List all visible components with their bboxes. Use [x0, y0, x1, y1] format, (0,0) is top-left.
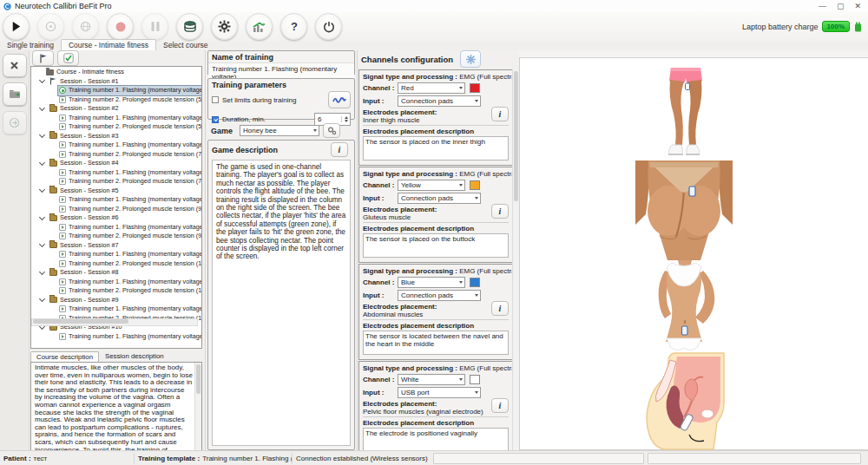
input-select[interactable]: Connection pads	[398, 95, 481, 107]
tree-item-label: Training number 1. Flashing (momentary v…	[69, 86, 202, 95]
channel-select[interactable]: Blue	[398, 277, 465, 288]
tree-training-6-1[interactable]: Training number 1. Flashing (momentary v…	[31, 223, 201, 232]
tree-training-1-2[interactable]: Training number 2. Prolonged muscle tens…	[31, 95, 201, 105]
set-limits-checkbox[interactable]	[212, 96, 219, 103]
training-page-icon	[59, 333, 66, 340]
description-scrollbar[interactable]	[194, 363, 201, 450]
game-description-header: Game description	[212, 146, 278, 154]
tree-training-3-2[interactable]: Training number 2. Prolonged muscle tens…	[31, 150, 201, 160]
database-button[interactable]	[176, 13, 203, 40]
open-course-button[interactable]	[3, 82, 27, 106]
network-button[interactable]	[72, 13, 99, 40]
tab-session-description[interactable]: Session description	[99, 350, 170, 362]
status-empty-1	[433, 453, 644, 464]
tree-training-2-2[interactable]: Training number 2. Prolonged muscle tens…	[31, 122, 201, 132]
electrodes-placement-label: Electrodes placement:	[363, 400, 509, 408]
tree-training-7-1[interactable]: Training number 1. Flashing (momentary v…	[31, 250, 201, 259]
calibrate-button[interactable]	[37, 13, 64, 40]
channel-select[interactable]: White	[398, 374, 465, 385]
tree-training-5-1[interactable]: Training number 1. Flashing (momentary v…	[31, 195, 201, 205]
placement-info-button[interactable]: i	[491, 398, 509, 413]
statistics-button[interactable]	[246, 13, 273, 40]
tree-training-5-2[interactable]: Training number 2. Prolonged muscle tens…	[31, 205, 201, 214]
expand-chevron-icon[interactable]	[39, 241, 45, 247]
tree-training-2-1[interactable]: Training number 1. Flashing (momentary v…	[31, 114, 201, 123]
start-button[interactable]	[3, 13, 30, 40]
input-select[interactable]: Connection pads	[398, 290, 481, 301]
flag-button[interactable]	[32, 50, 54, 66]
description-tabs: Course descriptionSession description	[30, 350, 170, 362]
tree-session-8[interactable]: Session - Session #8	[31, 268, 201, 278]
minimize-button[interactable]: —	[819, 2, 826, 10]
tree-training-8-1[interactable]: Training number 1. Flashing (momentary v…	[31, 278, 201, 287]
channel-select[interactable]: Yellow	[398, 180, 465, 191]
input-select[interactable]: Connection pads	[398, 193, 481, 204]
game-info-button[interactable]: i	[331, 142, 348, 157]
tree-session-2[interactable]: Session - Session #2	[31, 104, 201, 114]
tree-training-1-1[interactable]: Training number 1. Flashing (momentary v…	[31, 86, 201, 95]
placement-info-button[interactable]: i	[491, 107, 509, 121]
tree-session-9[interactable]: Session - Session #9	[31, 296, 201, 305]
input-label: Input :	[363, 389, 398, 396]
tree-training-4-1[interactable]: Training number 1. Flashing (momentary v…	[31, 168, 201, 178]
close-button[interactable]: ✕	[854, 2, 861, 10]
exit-button[interactable]	[315, 13, 342, 40]
tab-course-description[interactable]: Course description	[30, 351, 99, 362]
expand-chevron-icon[interactable]	[39, 187, 45, 193]
pause-button[interactable]	[141, 13, 168, 40]
game-select[interactable]: Honey bee	[240, 125, 319, 136]
tree-session-4[interactable]: Session - Session #4	[31, 159, 201, 168]
tree-training-3-1[interactable]: Training number 1. Flashing (momentary v…	[31, 141, 201, 150]
tab-single-training[interactable]: Single training	[0, 40, 61, 50]
tab-course-intimate-fitness[interactable]: Course - Intimate fitness	[61, 39, 156, 50]
input-select-value: USB port	[398, 389, 472, 396]
select-all-button[interactable]	[57, 50, 79, 66]
record-button[interactable]	[107, 13, 134, 40]
tree-session-3[interactable]: Session - Session #3	[31, 132, 201, 141]
signal-type-row: Signal type and processing : EMG (Full s…	[363, 267, 509, 275]
tree-root-course[interactable]: Course - Intimate fitness	[31, 68, 201, 77]
question-icon: ?	[289, 20, 299, 33]
expand-chevron-icon[interactable]	[39, 132, 45, 138]
close-panel-button[interactable]	[3, 54, 27, 77]
name-of-training-header: Name of training	[208, 51, 354, 62]
tree-session-5[interactable]: Session - Session #5	[31, 187, 201, 196]
folder-tree-icon	[49, 242, 57, 248]
channels-configuration-header: Channels configuration	[361, 55, 453, 64]
status-connection: Connection established (Wireless sensors…	[293, 453, 430, 464]
tree-session-6[interactable]: Session - Session #6	[31, 213, 201, 223]
electrodes-placement-value: Gluteus muscle	[363, 213, 509, 221]
expand-chevron-icon[interactable]	[39, 160, 45, 166]
expand-chevron-icon[interactable]	[39, 214, 45, 220]
tree-training-8-2[interactable]: Training number 2. Prolonged muscle tens…	[31, 286, 201, 296]
signal-preview-button[interactable]	[328, 91, 351, 108]
maximize-button[interactable]: ▢	[837, 2, 845, 10]
expand-chevron-icon[interactable]	[39, 105, 45, 111]
tree-session-7[interactable]: Session - Session #7	[31, 241, 201, 251]
chevron-down-icon	[457, 281, 464, 284]
placement-info-button[interactable]: i	[491, 301, 509, 316]
tree-training-4-2[interactable]: Training number 2. Prolonged muscle tens…	[31, 177, 201, 187]
expand-chevron-icon[interactable]	[39, 269, 45, 275]
input-select[interactable]: USB port	[398, 387, 481, 398]
tab-select-course[interactable]: Select course	[156, 40, 215, 50]
settings-button[interactable]	[211, 13, 238, 40]
tree-training-10-1[interactable]: Training number 1. Flashing (momentary v…	[31, 332, 201, 342]
duration-checkbox[interactable]	[212, 116, 219, 123]
tree-training-6-2[interactable]: Training number 2. Prolonged muscle tens…	[31, 232, 201, 241]
training-parameters-header: Training parameters	[208, 79, 354, 90]
placement-info-button[interactable]: i	[491, 204, 509, 219]
channels-settings-button[interactable]	[460, 50, 481, 68]
expand-chevron-icon[interactable]	[39, 77, 45, 83]
tree-horizontal-scrollbar[interactable]	[31, 318, 198, 326]
assign-course-button[interactable]	[3, 111, 27, 134]
channels-scrollbar[interactable]	[512, 69, 519, 450]
tree-training-9-1[interactable]: Training number 1. Flashing (momentary v…	[31, 305, 201, 314]
channel-select[interactable]: Red	[398, 82, 465, 94]
tree-training-7-2[interactable]: Training number 2. Prolonged muscle tens…	[31, 259, 201, 269]
expand-chevron-icon[interactable]	[39, 296, 45, 302]
help-button[interactable]: ?	[280, 13, 307, 40]
signal-type-label: Signal type and processing :	[363, 73, 459, 81]
training-panel: Name of training Training number 1. Flas…	[205, 50, 358, 450]
game-settings-button[interactable]	[323, 123, 340, 138]
